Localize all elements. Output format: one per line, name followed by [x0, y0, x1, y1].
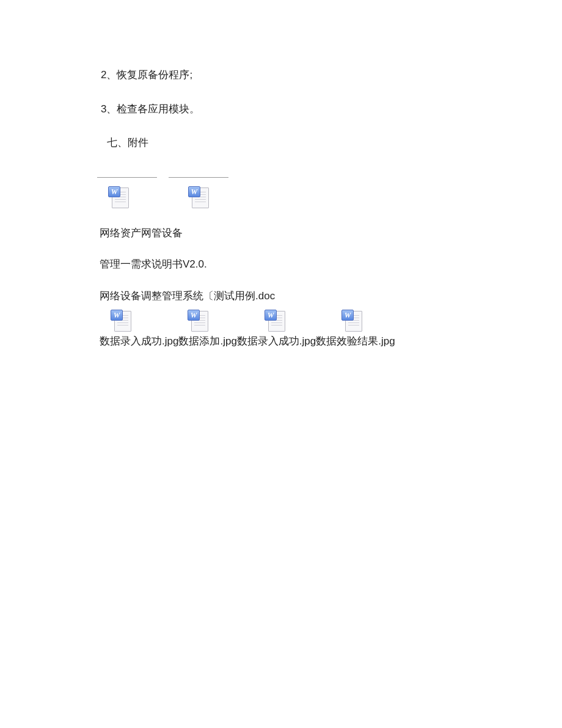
attachment-icon-2[interactable]: W: [188, 187, 210, 213]
attachment-label-line-1: 网络资产网管设备: [100, 225, 562, 241]
body-line-1: 2、恢复原备份程序;: [101, 67, 562, 83]
body-line-2: 3、检查各应用模块。: [101, 101, 562, 117]
attachment-icon-row-1: W W: [108, 187, 562, 213]
word-doc-icon: W: [188, 311, 210, 332]
divider-line: [169, 177, 228, 178]
attachment-label: 数据录入成功.jpg: [237, 335, 316, 347]
section-heading: 七、附件: [107, 135, 562, 151]
attachment-label-line-2: 管理一需求说明书V2.0.: [100, 257, 562, 272]
word-doc-icon: W: [265, 311, 286, 332]
divider-line: [97, 177, 157, 178]
attachment-icon-1[interactable]: W: [108, 187, 130, 213]
attachment-label: 数据录入成功.jpg: [100, 335, 178, 347]
word-doc-icon: W: [341, 311, 363, 332]
word-doc-icon: W: [111, 311, 133, 332]
word-doc-icon: W: [188, 187, 210, 208]
attachment-label-line-3: 网络设备调整管理系统〔测试用例.doc: [100, 288, 562, 304]
attachment-icon-4[interactable]: W: [188, 311, 210, 332]
attachment-label: 数据添加.jpg: [178, 335, 236, 347]
attachment-icon-3[interactable]: W: [111, 311, 133, 332]
attachment-label-row-2: 数据录入成功.jpg数据添加.jpg数据录入成功.jpg数据效验结果.jpg: [100, 333, 562, 349]
attachment-icon-5[interactable]: W: [265, 311, 286, 332]
attachment-icon-6[interactable]: W: [341, 311, 363, 332]
divider-row: [97, 169, 562, 185]
word-doc-icon: W: [108, 187, 130, 208]
attachment-icon-row-2: W W W W: [111, 311, 562, 332]
attachment-label: 数据效验结果.jpg: [316, 335, 395, 347]
